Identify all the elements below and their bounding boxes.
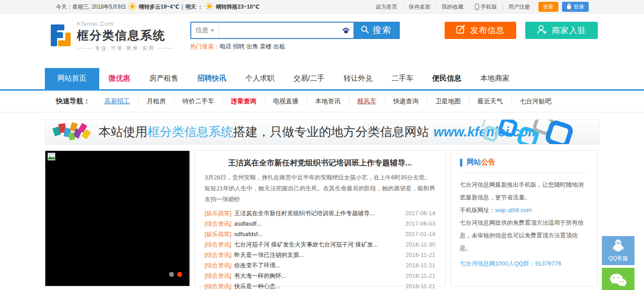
news-list-item[interactable]: [综合资讯] 七台河茄子河 煤矿发生火灾事故七台河茄子河 煤矿发... 2016…	[205, 239, 436, 250]
site-name: 框分类信息系统	[77, 28, 173, 44]
chevron-down-icon	[211, 29, 214, 32]
add-user-icon	[537, 24, 547, 37]
register-link[interactable]: 用户注册	[503, 3, 536, 11]
topbar: 今天：星期三, 2018年5月9日 晴转多云19~4℃ | 明天 ： 晴转阵雨2…	[0, 0, 644, 14]
news-list-item[interactable]: [综合资讯] 快乐是一种心态... 2016-11-21	[205, 281, 436, 290]
qq-service-widget[interactable]: QQ客服	[602, 236, 634, 265]
save-desktop-link[interactable]: 保存桌面	[403, 3, 436, 11]
hot-search-row: 热门搜索：电话 招聘 出售 卖楼 出租	[190, 43, 400, 51]
wechat-widget[interactable]	[602, 268, 634, 290]
image-slider[interactable]	[45, 150, 190, 286]
news-list-item[interactable]: [娱乐搞笑] 王洁岚在全市新任村党组织书记培训班上作专题辅导... 2017-0…	[205, 208, 436, 218]
notice-paragraph-1: 七台河信息网最新推出手机版，让您随时随地浏览最新信息，更节省流量。	[460, 179, 588, 204]
news-list-item[interactable]: [综合资讯] asdfasdf... 2017-06-03	[205, 218, 436, 229]
logo-icon	[49, 24, 73, 49]
news-category: [综合资讯]	[205, 272, 232, 280]
news-date: 2017-01-14	[405, 231, 436, 237]
news-list: [娱乐搞笑] 王洁岚在全市新任村党组织书记培训班上作专题辅导... 2017-0…	[205, 208, 436, 290]
promo-banner[interactable]: 本站使用框分类信息系统搭建，只做专业的地方分类信息网站 www.kfenlei.…	[45, 119, 600, 145]
nav-item-jobseek[interactable]: 个人求职	[236, 68, 284, 89]
divider	[460, 173, 588, 173]
search-icon	[360, 25, 369, 36]
login-button[interactable]: 登录	[538, 2, 558, 12]
favorites-link[interactable]: 我的收藏	[436, 3, 470, 11]
quicknav-tvlive[interactable]: 电视直播	[265, 98, 307, 105]
quicknav-expressquery[interactable]: 快递查询	[385, 98, 427, 105]
nav-item-jobs[interactable]: 招聘快讯	[188, 68, 236, 89]
quicknav-carpool[interactable]: 顺风车	[349, 98, 385, 105]
site-notice-panel: 网站 公告 七台河信息网最新推出手机版，让您随时随地浏览最新信息，更节省流量。 …	[450, 150, 598, 286]
sun-icon	[128, 2, 136, 12]
nav-item-realestate[interactable]: 房产租售	[140, 68, 188, 89]
search-button[interactable]: 搜索	[353, 23, 399, 38]
quicknav-violationquery[interactable]: 违章查询	[223, 98, 265, 105]
set-homepage-link[interactable]: 设为首页	[370, 3, 403, 11]
nav-item-localbiz[interactable]: 本地商家	[471, 68, 519, 89]
quicknav-tieba[interactable]: 七台河贴吧	[511, 98, 560, 105]
search-category-dropdown[interactable]: 信息	[191, 23, 219, 38]
tomorrow-label: 明天 ：	[185, 3, 203, 11]
search-input[interactable]	[219, 23, 342, 38]
site-domain: Kfenlei.Com	[77, 20, 173, 27]
paw-icon[interactable]	[342, 23, 353, 38]
nav-item-trade[interactable]: 交易/二手	[284, 68, 334, 89]
quicknav-weather[interactable]: 最近天气	[469, 98, 511, 105]
mobile-site-link[interactable]: wap.qth8.com	[495, 207, 532, 213]
news-summary: 3月28日，贵州安顺，挣扎在痛苦中近半年的安顺绝症女孩小艺，在上午6时35分去世…	[205, 172, 436, 205]
news-date: 2016-11-21	[406, 272, 436, 279]
qq-penguin-icon	[611, 239, 625, 254]
nav-item-transfer[interactable]: 转让外兑	[334, 68, 382, 89]
news-category: [综合资讯]	[205, 241, 232, 249]
broken-image-icon	[48, 153, 55, 162]
news-panel: 王洁岚在全市新任村党组织书记培训班上作专题辅导... 3月28日，贵州安顺，挣扎…	[194, 150, 446, 286]
hot-search-label: 热门搜索：	[190, 43, 220, 50]
news-category: [综合资讯]	[205, 282, 232, 290]
main-nav: 网站首页 微优惠 房产租售 招聘快讯 个人求职 交易/二手 转让外兑 二手车 便…	[0, 68, 644, 91]
banner-logo-icon	[51, 119, 92, 145]
nav-item-home[interactable]: 网站首页	[45, 68, 99, 89]
quicknav-satellitemap[interactable]: 卫星地图	[427, 98, 469, 105]
quicknav-localnews[interactable]: 本地资讯	[307, 98, 349, 105]
quicknav-monthlyrent[interactable]: 月租房	[138, 98, 174, 105]
news-category: [综合资讯]	[205, 261, 232, 270]
qq-penguin-icon	[566, 3, 572, 11]
news-list-item[interactable]: [综合资讯] 有大海一样的胸怀... 2016-11-21	[205, 271, 436, 281]
mobile-version-link[interactable]: 手机版	[470, 3, 503, 11]
site-logo[interactable]: Kfenlei.Com 框分类信息系统 专业·方便·简单·实用	[49, 20, 190, 52]
news-list-item[interactable]: [综合资讯] 你改变不了环境... 2016-11-21	[205, 260, 436, 271]
site-header: Kfenlei.Com 框分类信息系统 专业·方便·简单·实用 信息 搜索 热门…	[0, 14, 644, 68]
news-list-item[interactable]: [综合资讯] 昨天是一张已注销的支票... 2016-11-21	[205, 250, 436, 260]
hot-search-terms[interactable]: 电话 招聘 出售 卖楼 出租	[220, 43, 285, 50]
today-weather: 晴转多云19~4℃	[139, 3, 179, 11]
news-headline[interactable]: 王洁岚在全市新任村党组织书记培训班上作专题辅导...	[205, 158, 436, 168]
notice-paragraph-3: 七台河信息网提供的免费置顶方法适用于所有信息，未审核的信息也可以免费置顶方法置顶…	[460, 217, 588, 255]
nav-item-coupons[interactable]: 微优惠	[99, 68, 140, 89]
slider-dot-2-active[interactable]	[177, 272, 182, 277]
news-list-item[interactable]: [娱乐搞笑] sdfsafdsf... 2017-01-14	[205, 229, 436, 239]
search-area: 信息 搜索 热门搜索：电话 招聘 出售 卖楼 出租	[190, 22, 400, 51]
phone-icon	[475, 4, 479, 10]
notice-body: 七台河信息网最新推出手机版，让您随时随地浏览最新信息，更节省流量。 手机版网址：…	[460, 179, 588, 255]
today-date: 今天：星期三, 2018年5月9日	[56, 3, 126, 11]
publish-info-button[interactable]: 发布信息	[445, 22, 516, 39]
notice-paragraph-2: 手机版网址：wap.qth8.com	[460, 204, 588, 217]
qq-login-button[interactable]: 登录	[562, 2, 589, 12]
notice-title: 网站 公告	[460, 158, 588, 167]
quicknav-highpayjobs[interactable]: 高薪招工	[97, 98, 138, 105]
qq-group-link[interactable]: 七台河信息网1000人QQ群：91376776	[460, 258, 588, 269]
wechat-icon	[609, 273, 627, 290]
edit-pencil-icon	[456, 24, 466, 37]
nav-item-usedcars[interactable]: 二手车	[382, 68, 423, 89]
slider-dot-1[interactable]	[169, 272, 174, 277]
weather-divider: |	[182, 4, 183, 10]
quicknav-specialcars[interactable]: 特价二手车	[174, 98, 223, 105]
news-date: 2017-06-14	[405, 210, 436, 217]
nav-item-services[interactable]: 便民信息	[423, 68, 471, 89]
site-tagline: 专业·方便·简单·实用	[77, 45, 173, 52]
merchant-join-button[interactable]: 商家入驻	[525, 22, 598, 39]
banner-text: 本站使用框分类信息系统搭建，只做专业的地方分类信息网站	[99, 124, 429, 140]
banner-decor-squares	[481, 120, 599, 145]
news-category: [综合资讯]	[205, 251, 232, 259]
news-date: 2016-11-21	[406, 283, 436, 290]
news-date: 2016-11-21	[406, 251, 436, 258]
